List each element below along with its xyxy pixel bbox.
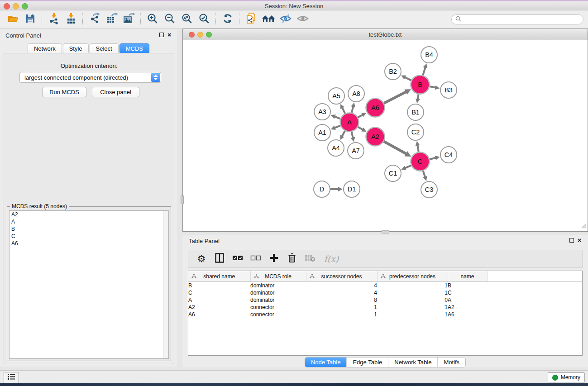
table-cell[interactable]: 1: [377, 304, 448, 311]
graph-node-C[interactable]: C: [411, 152, 430, 171]
tab-edge-table[interactable]: Edge Table: [347, 357, 388, 367]
graph-edge-C-C4[interactable]: [430, 157, 436, 159]
tab-mcds[interactable]: MCDS: [120, 43, 149, 54]
mcds-result-item[interactable]: A: [10, 218, 168, 225]
table-row[interactable]: Adominator80A: [188, 296, 583, 304]
close-panel-button[interactable]: ×: [167, 33, 172, 38]
table-cell[interactable]: A2: [448, 304, 487, 311]
graph-edge-B-B3[interactable]: [430, 86, 436, 88]
table-cell[interactable]: A: [188, 296, 250, 304]
float-table-panel-button[interactable]: [569, 238, 574, 243]
tab-motifs[interactable]: Motifs: [438, 357, 465, 367]
graph-edge-B-B4[interactable]: [423, 67, 425, 76]
node-table[interactable]: shared nameMCDS rolesuccessor nodesprede…: [188, 271, 583, 356]
table-cell[interactable]: A: [448, 296, 487, 304]
toolbar-search[interactable]: [451, 14, 583, 24]
graph-node-D[interactable]: D: [314, 181, 330, 197]
horizontal-split-handle[interactable]: [382, 230, 389, 234]
manage-columns-button[interactable]: [214, 253, 225, 265]
graph-edge-A-A4[interactable]: [342, 131, 345, 137]
graph-edge-A-A7[interactable]: [352, 132, 353, 138]
table-cell[interactable]: C: [448, 289, 487, 296]
network-window-titlebar[interactable]: testGlobe.txt: [183, 29, 588, 40]
column-header-name[interactable]: name: [448, 271, 487, 282]
graph-edge-A2-C[interactable]: [384, 141, 407, 154]
graph-edge-A-A3[interactable]: [334, 116, 340, 119]
network-graph[interactable]: B4B2BB3A5A8A6A3AA1B1C2A4A7A2CC4C1C3DD1: [183, 40, 588, 232]
memory-button[interactable]: Memory: [548, 372, 585, 382]
table-row[interactable]: A6connector11A6: [188, 311, 583, 318]
table-cell[interactable]: B: [188, 282, 250, 290]
float-panel-button[interactable]: [159, 33, 164, 38]
function-builder-button[interactable]: f(x): [322, 253, 340, 265]
hide-selected-button[interactable]: [277, 12, 294, 27]
delete-table-button[interactable]: [304, 253, 316, 265]
table-cell[interactable]: 1: [377, 311, 448, 318]
tab-select[interactable]: Select: [90, 43, 119, 54]
table-row[interactable]: Bdominator41B: [188, 282, 583, 290]
mcds-result-list[interactable]: A2ABCA6: [9, 210, 169, 359]
open-file-button[interactable]: [5, 12, 22, 27]
delete-column-button[interactable]: [286, 253, 298, 265]
task-history-button[interactable]: [4, 372, 19, 383]
save-session-button[interactable]: [22, 12, 39, 27]
zoom-fit-button[interactable]: [178, 12, 196, 27]
show-selected-button[interactable]: [294, 12, 311, 27]
column-header-MCDS-role[interactable]: MCDS role: [250, 271, 306, 282]
graph-edge-C-C1[interactable]: [405, 166, 411, 168]
table-cell[interactable]: 1: [306, 311, 377, 318]
graph-node-B[interactable]: B: [411, 76, 430, 94]
export-image-button[interactable]: [120, 12, 138, 27]
table-cell[interactable]: A2: [188, 304, 250, 311]
criterion-select[interactable]: largest connected component (directed): [19, 72, 161, 83]
table-row[interactable]: Cdominator41C: [188, 289, 583, 296]
graph-node-C1[interactable]: C1: [385, 165, 401, 181]
table-cell[interactable]: dominator: [250, 282, 306, 290]
table-cell[interactable]: B: [448, 282, 487, 290]
graph-edge-A-A5[interactable]: [342, 107, 345, 114]
graph-node-A1[interactable]: A1: [314, 124, 330, 141]
table-cell[interactable]: connector: [250, 311, 306, 318]
duplicate-network-button[interactable]: [243, 12, 260, 27]
graph-node-A7[interactable]: A7: [348, 143, 364, 159]
table-cell[interactable]: dominator: [250, 296, 306, 304]
column-header-successor-nodes[interactable]: successor nodes: [306, 271, 377, 282]
table-cell[interactable]: 4: [306, 289, 377, 296]
network-canvas[interactable]: B4B2BB3A5A8A6A3AA1B1C2A4A7A2CC4C1C3DD1: [183, 40, 587, 231]
graph-edge-B-B2[interactable]: [404, 77, 411, 80]
resize-grip-icon[interactable]: [581, 222, 587, 230]
select-all-columns-button[interactable]: [232, 253, 244, 265]
graph-node-C4[interactable]: C4: [440, 147, 457, 163]
graph-node-A4[interactable]: A4: [328, 140, 344, 156]
graph-edge-C-C2[interactable]: [417, 145, 418, 152]
table-cell[interactable]: C: [188, 289, 250, 296]
table-cell[interactable]: connector: [250, 304, 306, 311]
graph-node-A[interactable]: A: [340, 113, 359, 132]
column-header-shared-name[interactable]: shared name: [188, 271, 250, 282]
import-table-button[interactable]: [62, 12, 80, 27]
tab-network[interactable]: Network: [28, 43, 62, 54]
mcds-result-item[interactable]: A6: [10, 240, 168, 247]
graph-node-B1[interactable]: B1: [407, 104, 424, 120]
graph-edge-C-C3[interactable]: [423, 171, 425, 177]
app-titlebar[interactable]: Session: New Session: [0, 1, 588, 10]
add-column-button[interactable]: [268, 253, 280, 265]
graph-node-B4[interactable]: B4: [421, 47, 437, 63]
scrollbar-track[interactable]: [163, 211, 168, 358]
graph-node-C3[interactable]: C3: [421, 181, 437, 198]
tab-style[interactable]: Style: [63, 43, 89, 54]
table-row[interactable]: A2connector11A2: [188, 304, 583, 311]
table-cell[interactable]: 1: [377, 282, 448, 290]
graph-node-D1[interactable]: D1: [344, 181, 360, 197]
table-cell[interactable]: 1: [306, 304, 377, 311]
graph-edge-A-A2[interactable]: [358, 127, 363, 130]
table-cell[interactable]: 0: [377, 296, 448, 304]
table-cell[interactable]: 8: [306, 296, 377, 304]
vertical-split-handle[interactable]: [181, 195, 184, 204]
mcds-result-item[interactable]: B: [10, 225, 168, 233]
graph-node-A5[interactable]: A5: [328, 88, 344, 104]
tab-network-table[interactable]: Network Table: [388, 357, 438, 367]
network-view-window[interactable]: testGlobe.txt B4B2BB3A5A8A6A3AA1B1C2A4A7…: [182, 29, 588, 232]
table-settings-button[interactable]: ⚙: [196, 253, 207, 265]
zoom-selected-button[interactable]: [196, 12, 213, 27]
